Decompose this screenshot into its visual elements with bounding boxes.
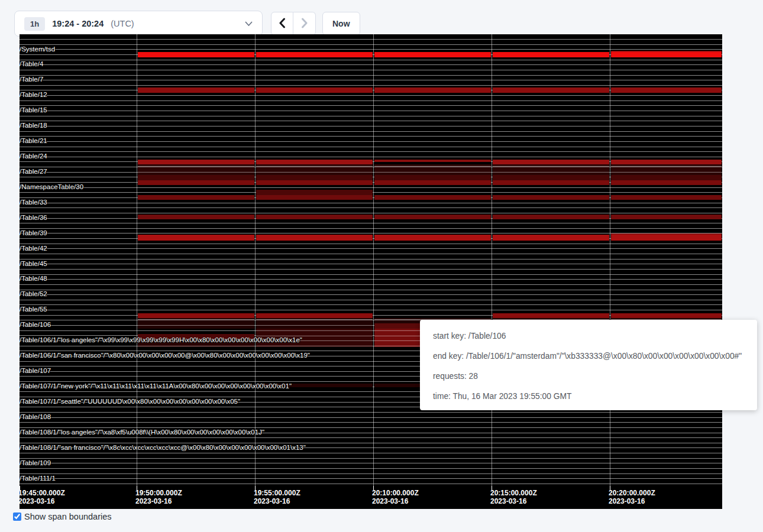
key-visualizer-canvas[interactable]: /System/tsd/Table/4/Table/7/Table/12/Tab…: [20, 34, 722, 509]
heatmap-band: [611, 235, 722, 241]
heatmap-band: [256, 160, 373, 165]
chevron-down-icon: [245, 21, 253, 27]
heatmap-band: [611, 175, 722, 180]
span-boundary-lines: [20, 39, 722, 486]
heatmap-band: [611, 52, 722, 58]
row-label: /Table/107/1/"seattle"/"UUUUUUD\x00\x80\…: [20, 398, 240, 406]
row-label: /Table/39: [20, 229, 47, 237]
time-range-select[interactable]: 1h 19:24 - 20:24 (UTC): [14, 11, 263, 37]
time-gridline: [492, 34, 492, 486]
heatmap-band: [374, 52, 491, 58]
heatmap-band: [611, 164, 722, 175]
heatmap-band: [493, 87, 609, 93]
heatmap-plot: /System/tsd/Table/4/Table/7/Table/12/Tab…: [20, 34, 722, 486]
axis-tick-label: 20:10:00.000Z2023-03-16: [372, 489, 419, 505]
heatmap-band: [138, 334, 254, 339]
chevron-left-icon: [278, 18, 286, 30]
axis-tick-label: 20:20:00.000Z2023-03-16: [609, 489, 655, 505]
heatmap-band: [611, 180, 722, 186]
heatmap-band: [138, 339, 254, 347]
heatmap-band: [256, 164, 373, 175]
heatmap-band: [374, 215, 491, 220]
heatmap-band: [611, 233, 722, 235]
row-label: /System/tsd: [20, 46, 55, 53]
chevron-right-icon: [300, 18, 309, 30]
row-label: /Table/108/1/"los angeles"/"\xa8\xf5\u00…: [20, 429, 264, 436]
row-label: /Table/12: [20, 91, 47, 99]
time-axis: 19:45:00.000Z2023-03-1619:50:00.000Z2023…: [20, 486, 722, 509]
heatmap-band: [493, 180, 609, 186]
heatmap-band: [493, 215, 609, 220]
footer-controls: Show span boundaries: [13, 512, 112, 521]
heatmap-band: [374, 160, 491, 163]
heatmap-band: [138, 160, 254, 165]
heatmap-band: [138, 87, 254, 93]
heatmap-band: [493, 52, 609, 58]
row-label: /Table/48: [20, 275, 47, 283]
heatmap-band: [493, 160, 609, 165]
heatmap-band: [256, 195, 373, 200]
heatmap-band: [138, 235, 254, 241]
row-label: /Table/7: [20, 76, 43, 83]
heatmap-band: [256, 215, 373, 220]
heatmap-band: [374, 87, 491, 93]
time-gridline: [610, 34, 610, 486]
row-label: /Table/27: [20, 168, 47, 176]
duration-badge: 1h: [24, 17, 45, 31]
row-label: /Table/21: [20, 137, 47, 145]
tooltip-time: time: Thu, 16 Mar 2023 19:55:00 GMT: [433, 387, 757, 407]
tooltip-end-key: end key: /Table/106/1/"amsterdam"/"\xb33…: [433, 346, 757, 366]
row-label: /NamespaceTable/30: [20, 183, 83, 191]
heatmap-band: [256, 87, 373, 93]
previous-interval-button[interactable]: [271, 12, 293, 35]
heatmap-band: [256, 180, 373, 186]
heatmap-band: [611, 160, 722, 165]
heatmap-band: [138, 52, 254, 58]
heatmap-band: [611, 87, 722, 93]
show-span-boundaries-label: Show span boundaries: [24, 512, 112, 521]
heatmap-band: [256, 384, 373, 387]
row-label: /Table/107/1/"new york"/"\x11\x11\x11\x1…: [20, 382, 292, 390]
heatmap-band: [374, 195, 491, 200]
heatmap-band: [611, 195, 722, 200]
row-label: /Table/52: [20, 290, 47, 298]
heatmap-band: [611, 51, 722, 52]
row-label: /Table/18: [20, 122, 47, 129]
show-span-boundaries-checkbox[interactable]: [13, 512, 21, 521]
heatmap-band: [138, 215, 254, 220]
now-button[interactable]: Now: [322, 12, 360, 35]
heatmap-band: [256, 329, 373, 347]
row-label: /Table/111/1: [20, 475, 56, 482]
heatmap-band: [256, 52, 373, 58]
axis-tick-label: 19:55:00.000Z2023-03-16: [254, 489, 300, 505]
heatmap-band: [493, 235, 609, 241]
row-label: /Table/106: [20, 321, 51, 329]
heatmap-band: [493, 164, 609, 175]
heatmap-band: [256, 175, 373, 180]
row-label: /Table/108: [20, 413, 51, 421]
heatmap-band: [493, 175, 609, 180]
heatmap-band: [374, 175, 491, 180]
time-gridline: [373, 34, 374, 486]
tooltip-requests: requests: 28: [433, 366, 757, 387]
tooltip-start-key: start key: /Table/106: [433, 326, 757, 346]
heatmap-band: [138, 175, 254, 180]
heatmap-band: [256, 235, 373, 241]
next-interval-button[interactable]: [293, 12, 316, 35]
row-label: /Table/15: [20, 106, 47, 114]
row-label: /Table/24: [20, 153, 47, 160]
row-label: /Table/33: [20, 199, 47, 206]
heatmap-band: [611, 215, 722, 220]
heatmap-band: [374, 235, 491, 241]
row-label: /Table/42: [20, 245, 47, 252]
heatmap-band: [138, 180, 254, 186]
timezone-label: (UTC): [111, 19, 134, 28]
row-label: /Table/36: [20, 214, 47, 222]
heatmap-band: [256, 318, 373, 328]
heatmap-band: [138, 318, 254, 328]
row-label: /Table/107: [20, 367, 51, 375]
row-label: /Table/45: [20, 260, 47, 268]
heatmap-band: [374, 180, 491, 186]
time-gridline: [137, 34, 137, 486]
row-label: /Table/109: [20, 459, 51, 467]
